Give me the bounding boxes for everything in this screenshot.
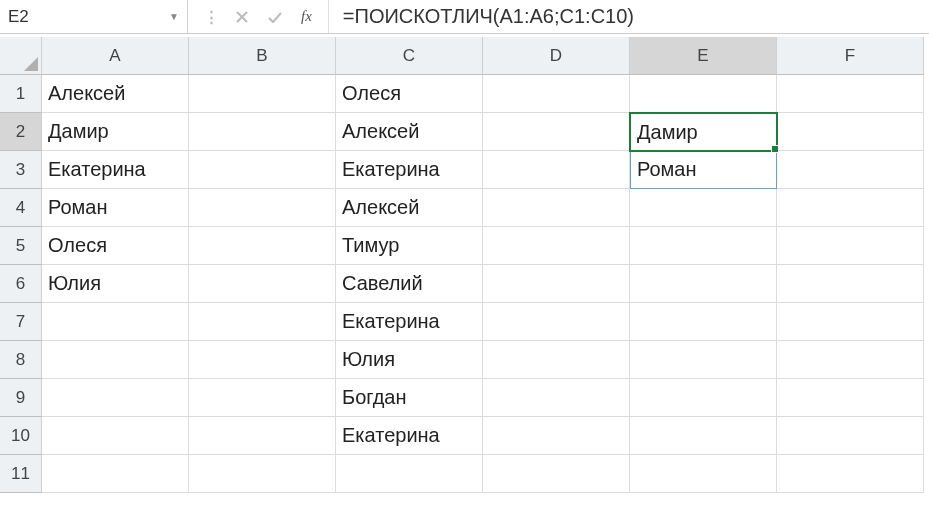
cell-D11[interactable] bbox=[483, 455, 630, 493]
cell-A6[interactable]: Юлия bbox=[42, 265, 189, 303]
row-header-8[interactable]: 8 bbox=[0, 341, 42, 379]
cell-B6[interactable] bbox=[189, 265, 336, 303]
cell-D8[interactable] bbox=[483, 341, 630, 379]
cancel-icon[interactable] bbox=[235, 10, 249, 24]
cell-F3[interactable] bbox=[777, 151, 924, 189]
name-box-dropdown-icon[interactable]: ▼ bbox=[169, 11, 179, 22]
cell-C5[interactable]: Тимур bbox=[336, 227, 483, 265]
cell-C3[interactable]: Екатерина bbox=[336, 151, 483, 189]
cell-B1[interactable] bbox=[189, 75, 336, 113]
col-header-F[interactable]: F bbox=[777, 37, 924, 75]
cell-E1[interactable] bbox=[630, 75, 777, 113]
cell-B3[interactable] bbox=[189, 151, 336, 189]
cell-F2[interactable] bbox=[777, 113, 924, 151]
cell-A2[interactable]: Дамир bbox=[42, 113, 189, 151]
cell-E4[interactable] bbox=[630, 189, 777, 227]
cell-A3[interactable]: Екатерина bbox=[42, 151, 189, 189]
cell-E3[interactable]: Роман bbox=[630, 151, 777, 189]
spreadsheet-grid[interactable]: ABCDEF1АлексейОлеся2ДамирАлексейДамир3Ек… bbox=[0, 34, 929, 493]
cell-C4[interactable]: Алексей bbox=[336, 189, 483, 227]
cell-A9[interactable] bbox=[42, 379, 189, 417]
cell-E2[interactable]: Дамир bbox=[630, 113, 777, 151]
cell-value: Роман bbox=[637, 158, 697, 181]
cell-D5[interactable] bbox=[483, 227, 630, 265]
enter-icon[interactable] bbox=[267, 10, 283, 24]
cell-B11[interactable] bbox=[189, 455, 336, 493]
row-header-2[interactable]: 2 bbox=[0, 113, 42, 151]
col-header-A[interactable]: A bbox=[42, 37, 189, 75]
cell-B9[interactable] bbox=[189, 379, 336, 417]
col-header-D[interactable]: D bbox=[483, 37, 630, 75]
select-all-corner[interactable] bbox=[0, 37, 42, 75]
cell-F11[interactable] bbox=[777, 455, 924, 493]
cell-E11[interactable] bbox=[630, 455, 777, 493]
cell-A11[interactable] bbox=[42, 455, 189, 493]
cell-D1[interactable] bbox=[483, 75, 630, 113]
cell-E10[interactable] bbox=[630, 417, 777, 455]
cell-value: Богдан bbox=[342, 386, 406, 409]
cell-F10[interactable] bbox=[777, 417, 924, 455]
cell-C6[interactable]: Савелий bbox=[336, 265, 483, 303]
cell-value: Екатерина bbox=[342, 158, 440, 181]
formula-input[interactable]: =ПОИСКОТЛИЧ(A1:A6;C1:C10) bbox=[329, 0, 929, 33]
col-header-E[interactable]: E bbox=[630, 37, 777, 75]
cell-value: Роман bbox=[48, 196, 108, 219]
cell-F5[interactable] bbox=[777, 227, 924, 265]
cell-F7[interactable] bbox=[777, 303, 924, 341]
cell-C9[interactable]: Богдан bbox=[336, 379, 483, 417]
cell-D7[interactable] bbox=[483, 303, 630, 341]
cell-C2[interactable]: Алексей bbox=[336, 113, 483, 151]
cell-B8[interactable] bbox=[189, 341, 336, 379]
cell-E8[interactable] bbox=[630, 341, 777, 379]
cell-E7[interactable] bbox=[630, 303, 777, 341]
col-header-B[interactable]: B bbox=[189, 37, 336, 75]
cell-F8[interactable] bbox=[777, 341, 924, 379]
cell-F4[interactable] bbox=[777, 189, 924, 227]
cell-D2[interactable] bbox=[483, 113, 630, 151]
cell-A10[interactable] bbox=[42, 417, 189, 455]
cell-A1[interactable]: Алексей bbox=[42, 75, 189, 113]
col-header-C[interactable]: C bbox=[336, 37, 483, 75]
row-header-3[interactable]: 3 bbox=[0, 151, 42, 189]
cell-D9[interactable] bbox=[483, 379, 630, 417]
cell-C8[interactable]: Юлия bbox=[336, 341, 483, 379]
cell-D10[interactable] bbox=[483, 417, 630, 455]
fx-icon[interactable]: fx bbox=[301, 8, 312, 25]
cell-F9[interactable] bbox=[777, 379, 924, 417]
row-header-11[interactable]: 11 bbox=[0, 455, 42, 493]
row-header-4[interactable]: 4 bbox=[0, 189, 42, 227]
cell-value: Дамир bbox=[48, 120, 109, 143]
cell-E9[interactable] bbox=[630, 379, 777, 417]
expand-icon[interactable]: ⋮ bbox=[204, 8, 217, 26]
cell-B7[interactable] bbox=[189, 303, 336, 341]
cell-B2[interactable] bbox=[189, 113, 336, 151]
cell-A8[interactable] bbox=[42, 341, 189, 379]
cell-C7[interactable]: Екатерина bbox=[336, 303, 483, 341]
cell-A7[interactable] bbox=[42, 303, 189, 341]
row-header-7[interactable]: 7 bbox=[0, 303, 42, 341]
cell-B10[interactable] bbox=[189, 417, 336, 455]
cell-C10[interactable]: Екатерина bbox=[336, 417, 483, 455]
cell-F1[interactable] bbox=[777, 75, 924, 113]
cell-B4[interactable] bbox=[189, 189, 336, 227]
row-header-6[interactable]: 6 bbox=[0, 265, 42, 303]
row-header-10[interactable]: 10 bbox=[0, 417, 42, 455]
cell-D4[interactable] bbox=[483, 189, 630, 227]
row-header-5[interactable]: 5 bbox=[0, 227, 42, 265]
cell-D3[interactable] bbox=[483, 151, 630, 189]
cell-C11[interactable] bbox=[336, 455, 483, 493]
cell-value: Тимур bbox=[342, 234, 399, 257]
cell-value: Олеся bbox=[48, 234, 107, 257]
cell-value: Екатерина bbox=[48, 158, 146, 181]
cell-B5[interactable] bbox=[189, 227, 336, 265]
cell-D6[interactable] bbox=[483, 265, 630, 303]
cell-A5[interactable]: Олеся bbox=[42, 227, 189, 265]
name-box[interactable]: E2 ▼ bbox=[0, 0, 188, 33]
cell-F6[interactable] bbox=[777, 265, 924, 303]
cell-E5[interactable] bbox=[630, 227, 777, 265]
row-header-1[interactable]: 1 bbox=[0, 75, 42, 113]
cell-E6[interactable] bbox=[630, 265, 777, 303]
row-header-9[interactable]: 9 bbox=[0, 379, 42, 417]
cell-C1[interactable]: Олеся bbox=[336, 75, 483, 113]
cell-A4[interactable]: Роман bbox=[42, 189, 189, 227]
